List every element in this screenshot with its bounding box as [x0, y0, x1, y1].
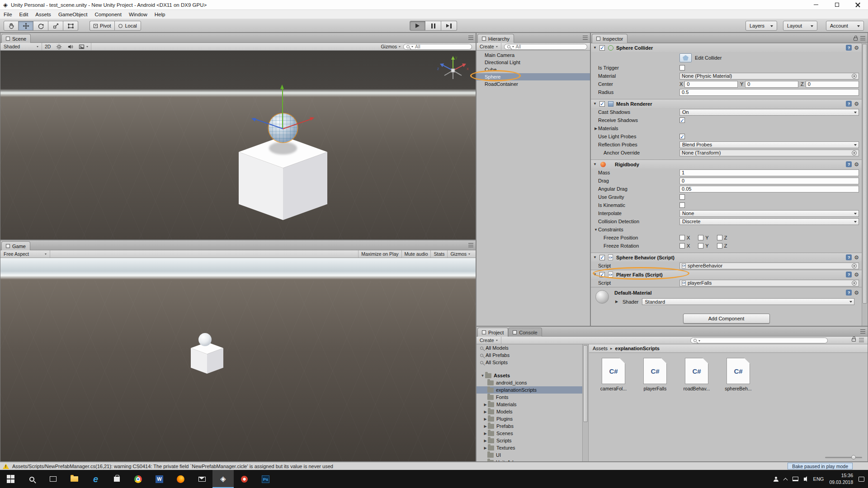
- freeze-rotation-y-checkbox[interactable]: [698, 243, 703, 249]
- field-label[interactable]: Constraints: [598, 227, 675, 232]
- tab-inspector[interactable]: Inspector: [592, 34, 627, 43]
- language-indicator[interactable]: ENG: [813, 476, 824, 482]
- volume-icon[interactable]: [804, 478, 806, 481]
- rect-tool-button[interactable]: [63, 21, 78, 31]
- foldout-closed-icon[interactable]: [614, 300, 619, 304]
- hierarchy-create-dropdown[interactable]: Create: [476, 43, 501, 50]
- object-picker-icon[interactable]: [852, 74, 857, 79]
- menu-edit[interactable]: Edit: [16, 12, 32, 17]
- sphere-behavior-header[interactable]: C# Sphere Behavior (Script) ?⚙: [591, 253, 862, 262]
- gear-icon[interactable]: ⚙: [854, 45, 859, 51]
- scene-search-input[interactable]: All: [403, 44, 472, 50]
- tree-folder-materials[interactable]: ▶Materials: [476, 401, 582, 408]
- favorite-all-scripts[interactable]: All Scripts: [476, 359, 582, 366]
- play-button[interactable]: [410, 21, 425, 31]
- rotate-tool-button[interactable]: [33, 21, 48, 31]
- component-enabled-checkbox[interactable]: [599, 45, 605, 51]
- radius-field[interactable]: 0.5: [679, 89, 859, 96]
- foldout-open-icon[interactable]: [594, 228, 598, 232]
- menu-file[interactable]: File: [0, 12, 16, 17]
- unity-taskbar-button[interactable]: ◈: [212, 470, 234, 488]
- help-icon[interactable]: ?: [846, 254, 852, 260]
- mesh-renderer-header[interactable]: Mesh Renderer ?⚙: [591, 99, 862, 108]
- minimize-button[interactable]: [806, 0, 826, 9]
- breadcrumb-current[interactable]: explanationScripts: [615, 346, 660, 351]
- hierarchy-item-roadcontainer[interactable]: RoadContainer: [476, 80, 590, 88]
- drag-field[interactable]: 0: [679, 178, 859, 184]
- add-component-button[interactable]: Add Component: [683, 314, 770, 324]
- tree-folder-unityads[interactable]: UnityAds: [476, 459, 582, 461]
- panel-menu-icon[interactable]: [860, 329, 865, 333]
- script-object-field[interactable]: C#sphereBehavior: [679, 263, 859, 269]
- pivot-toggle-button[interactable]: Pivot: [90, 21, 114, 31]
- gizmo-arrow-y[interactable]: [282, 89, 283, 129]
- tree-folder-plugins[interactable]: ▶Plugins: [476, 415, 582, 422]
- mail-button[interactable]: [191, 470, 212, 488]
- local-toggle-button[interactable]: Local: [114, 21, 141, 31]
- foldout-open-icon[interactable]: [593, 255, 597, 259]
- tree-folder-scenes[interactable]: ▶Scenes: [476, 430, 582, 437]
- file-explorer-button[interactable]: [64, 470, 85, 488]
- foldout-open-icon[interactable]: [593, 102, 597, 106]
- foldout-closed-icon[interactable]: ▶: [483, 446, 488, 450]
- thumbnail-zoom-slider[interactable]: [825, 457, 862, 458]
- aspect-ratio-dropdown[interactable]: Free Aspect: [0, 250, 50, 258]
- file-camerafollows[interactable]: C# cameraFol...: [596, 358, 631, 391]
- menu-window[interactable]: Window: [125, 12, 151, 17]
- hierarchy-search-input[interactable]: All: [504, 44, 587, 50]
- panel-menu-icon[interactable]: [468, 36, 473, 40]
- interpolate-dropdown[interactable]: None: [679, 210, 859, 217]
- account-dropdown[interactable]: Account: [826, 21, 864, 31]
- component-enabled-checkbox[interactable]: [599, 272, 605, 277]
- reflection-probes-dropdown[interactable]: Blend Probes: [679, 141, 859, 148]
- shading-mode-dropdown[interactable]: Shaded: [0, 43, 42, 50]
- cube-object[interactable]: [239, 136, 327, 220]
- game-gizmos-dropdown[interactable]: Gizmos: [447, 250, 473, 258]
- mass-field[interactable]: 1: [679, 169, 859, 176]
- center-y-field[interactable]: 0: [745, 81, 798, 88]
- scene-orientation-gizmo[interactable]: y x z: [436, 53, 470, 88]
- player-falls-header[interactable]: C# Player Falls (Script) ?⚙: [591, 270, 862, 279]
- gear-icon[interactable]: ⚙: [854, 162, 859, 167]
- lock-icon[interactable]: [852, 338, 856, 342]
- physic-material-field[interactable]: None (Physic Material): [679, 73, 859, 80]
- foldout-open-icon[interactable]: ▼: [480, 374, 485, 378]
- tab-game[interactable]: Game: [1, 241, 30, 250]
- menu-assets[interactable]: Assets: [32, 12, 55, 17]
- file-playerfalls[interactable]: C# playerFalls: [638, 358, 672, 391]
- scene-lighting-toggle[interactable]: [53, 43, 65, 50]
- scene-viewport[interactable]: y x z: [0, 51, 476, 239]
- foldout-closed-icon[interactable]: ▶: [483, 424, 488, 428]
- foldout-closed-icon[interactable]: ▶: [483, 439, 488, 443]
- sphere-collider-header[interactable]: Sphere Collider ?⚙: [591, 43, 862, 52]
- help-icon[interactable]: ?: [846, 272, 852, 277]
- photoshop-button[interactable]: Ps: [255, 470, 276, 488]
- menu-component[interactable]: Component: [91, 12, 125, 17]
- foldout-open-icon[interactable]: [593, 272, 597, 277]
- tray-expand-chevron-icon[interactable]: [783, 478, 788, 482]
- tab-hierarchy[interactable]: Hierarchy: [477, 34, 514, 43]
- move-tool-button[interactable]: [19, 21, 33, 31]
- scale-tool-button[interactable]: [48, 21, 63, 31]
- tree-folder-explanationscripts[interactable]: explanationScripts: [476, 386, 582, 394]
- help-icon[interactable]: ?: [846, 290, 852, 296]
- toggle-2d-button[interactable]: 2D: [42, 43, 53, 50]
- network-icon[interactable]: [793, 477, 798, 481]
- angular-drag-field[interactable]: 0.05: [679, 186, 859, 192]
- use-light-probes-checkbox[interactable]: [679, 134, 685, 139]
- tree-folder-scripts[interactable]: ▶Scripts: [476, 437, 582, 444]
- favorite-all-models[interactable]: All Models: [476, 344, 582, 352]
- script-object-field[interactable]: C#playerFalls: [679, 280, 859, 286]
- foldout-closed-icon[interactable]: [594, 127, 598, 131]
- object-picker-icon[interactable]: [852, 263, 857, 268]
- store-button[interactable]: [106, 470, 127, 488]
- file-roadbehavior[interactable]: C# roadBehav...: [679, 358, 714, 391]
- chrome-button[interactable]: [127, 470, 149, 488]
- foldout-closed-icon[interactable]: ▶: [483, 432, 488, 436]
- people-icon[interactable]: [774, 477, 778, 482]
- console-status-message[interactable]: Assets/Scripts/NewPrefabManager.cs(16,21…: [12, 464, 333, 469]
- tree-folder-android-icons[interactable]: android_icons: [476, 379, 582, 386]
- receive-shadows-checkbox[interactable]: [679, 117, 685, 123]
- component-enabled-checkbox[interactable]: [599, 101, 605, 107]
- firefox-button[interactable]: [170, 470, 191, 488]
